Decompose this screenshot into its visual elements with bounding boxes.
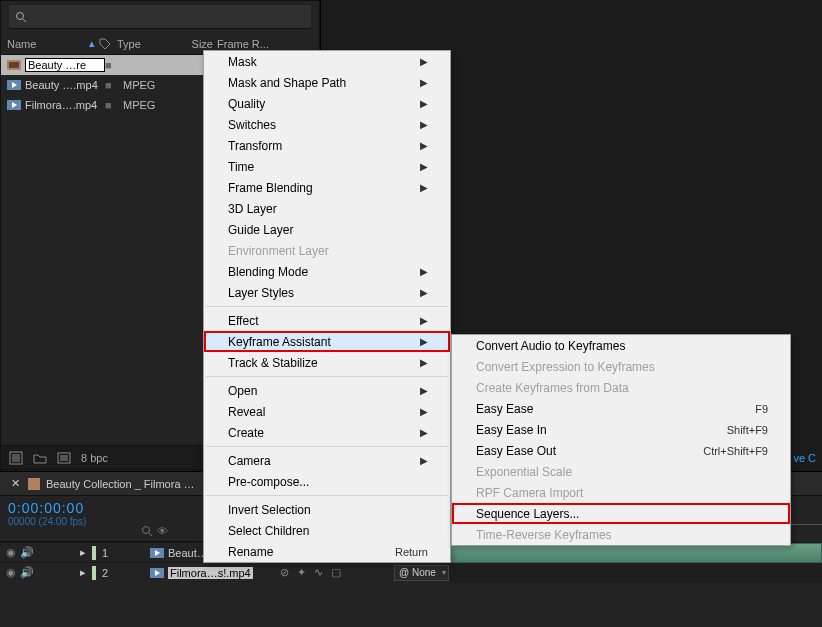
timecode[interactable]: 0:00:00:00: [8, 500, 127, 516]
layer-index[interactable]: ▸1: [80, 546, 150, 560]
layer-context-menu[interactable]: Mask▶Mask and Shape Path▶Quality▶Switche…: [203, 50, 451, 563]
menu-item-select-children[interactable]: Select Children: [204, 520, 450, 541]
column-size[interactable]: Size: [177, 38, 217, 50]
layer-index[interactable]: ▸2: [80, 566, 150, 580]
menu-item-label: Time: [228, 160, 254, 174]
menu-item-mask-and-shape-path[interactable]: Mask and Shape Path▶: [204, 72, 450, 93]
menu-item-label: Rename: [228, 545, 273, 559]
twirl-icon[interactable]: ▸: [80, 566, 86, 579]
menu-item-rename[interactable]: RenameReturn: [204, 541, 450, 562]
new-folder-icon[interactable]: [33, 451, 47, 465]
menu-item-create[interactable]: Create▶: [204, 422, 450, 443]
submenu-item-easy-ease[interactable]: Easy EaseF9: [452, 398, 790, 419]
submenu-arrow-icon: ▶: [420, 140, 428, 151]
video-file-icon: [7, 99, 23, 111]
adjustment-icon[interactable]: ✦: [297, 566, 306, 579]
menu-item-open[interactable]: Open▶: [204, 380, 450, 401]
video-eye-icon[interactable]: ◉: [6, 566, 16, 579]
audio-speaker-icon[interactable]: 🔊: [20, 566, 34, 579]
av-toggles[interactable]: ◉🔊: [0, 546, 50, 559]
menu-item-guide-layer[interactable]: Guide Layer: [204, 219, 450, 240]
menu-item-3d-layer[interactable]: 3D Layer: [204, 198, 450, 219]
menu-item-track-stabilize[interactable]: Track & Stabilize▶: [204, 352, 450, 373]
motion-blur-icon[interactable]: ⊘: [280, 566, 289, 579]
project-item-tag[interactable]: ■: [105, 99, 123, 111]
submenu-item-sequence-layers[interactable]: Sequence Layers...: [452, 503, 790, 524]
menu-shortcut: F9: [755, 403, 768, 415]
submenu-item-easy-ease-out[interactable]: Easy Ease OutCtrl+Shift+F9: [452, 440, 790, 461]
shy-icon[interactable]: 👁: [157, 525, 168, 537]
av-toggles[interactable]: ◉🔊: [0, 566, 50, 579]
submenu-arrow-icon: ▶: [420, 315, 428, 326]
menu-item-camera[interactable]: Camera▶: [204, 450, 450, 471]
parent-dropdown[interactable]: @ None: [394, 565, 449, 581]
video-eye-icon[interactable]: ◉: [6, 546, 16, 559]
menu-item-label: Mask and Shape Path: [228, 76, 346, 90]
timeline-tab-title: Beauty Collection _ Filmora …: [46, 478, 195, 490]
menu-item-label: Time-Reverse Keyframes: [476, 528, 612, 542]
submenu-arrow-icon: ▶: [420, 77, 428, 88]
close-tab-icon[interactable]: ✕: [8, 477, 22, 491]
svg-line-13: [149, 533, 152, 536]
menu-item-frame-blending[interactable]: Frame Blending▶: [204, 177, 450, 198]
column-tag[interactable]: [99, 38, 117, 50]
menu-item-pre-compose[interactable]: Pre-compose...: [204, 471, 450, 492]
menu-item-switches[interactable]: Switches▶: [204, 114, 450, 135]
submenu-item-convert-audio-to-keyframes[interactable]: Convert Audio to Keyframes: [452, 335, 790, 356]
menu-item-effect[interactable]: Effect▶: [204, 310, 450, 331]
pickwhip-icon[interactable]: @: [399, 567, 409, 578]
column-name[interactable]: Name▴: [7, 37, 99, 50]
fx-icon[interactable]: ∿: [314, 566, 323, 579]
menu-item-transform[interactable]: Transform▶: [204, 135, 450, 156]
menu-item-environment-layer: Environment Layer: [204, 240, 450, 261]
project-item-tag[interactable]: ■: [105, 59, 123, 71]
search-layers-icon[interactable]: [141, 525, 153, 537]
twirl-icon[interactable]: ▸: [80, 546, 86, 559]
menu-item-invert-selection[interactable]: Invert Selection: [204, 499, 450, 520]
column-type[interactable]: Type: [117, 38, 177, 50]
menu-item-quality[interactable]: Quality▶: [204, 93, 450, 114]
audio-speaker-icon[interactable]: 🔊: [20, 546, 34, 559]
new-comp-icon[interactable]: [57, 451, 71, 465]
timeline-layer-row[interactable]: ◉🔊▸2Filmora…s!.mp4⊘✦∿▢@ None: [0, 562, 822, 582]
column-frame-rate[interactable]: Frame R...: [217, 38, 277, 50]
label-color[interactable]: [92, 566, 96, 580]
menu-item-layer-styles[interactable]: Layer Styles▶: [204, 282, 450, 303]
menu-item-label: Convert Expression to Keyframes: [476, 360, 655, 374]
submenu-arrow-icon: ▶: [420, 56, 428, 67]
menu-item-label: Open: [228, 384, 257, 398]
layer-switches[interactable]: ⊘✦∿▢: [274, 566, 394, 579]
submenu-item-time-reverse-keyframes: Time-Reverse Keyframes: [452, 524, 790, 545]
search-icon: [15, 11, 27, 23]
menu-item-mask[interactable]: Mask▶: [204, 51, 450, 72]
search-input[interactable]: [31, 11, 305, 23]
menu-item-blending-mode[interactable]: Blending Mode▶: [204, 261, 450, 282]
collapse-icon[interactable]: ▢: [331, 566, 341, 579]
label-color[interactable]: [92, 546, 96, 560]
menu-item-label: Easy Ease Out: [476, 444, 556, 458]
bpc-label[interactable]: 8 bpc: [81, 452, 108, 464]
menu-item-label: Create Keyframes from Data: [476, 381, 629, 395]
interpret-footage-icon[interactable]: [9, 451, 23, 465]
project-item-tag[interactable]: ■: [105, 79, 123, 91]
video-file-icon: [150, 567, 164, 579]
svg-line-1: [23, 19, 26, 22]
menu-item-label: Keyframe Assistant: [228, 335, 331, 349]
timecode-area[interactable]: 0:00:00:00 00000 (24.00 fps): [0, 496, 135, 541]
layer-name-cell[interactable]: Filmora…s!.mp4: [150, 567, 274, 579]
menu-item-keyframe-assistant[interactable]: Keyframe Assistant▶: [204, 331, 450, 352]
submenu-item-easy-ease-in[interactable]: Easy Ease InShift+F9: [452, 419, 790, 440]
menu-item-label: Layer Styles: [228, 286, 294, 300]
menu-item-label: Camera: [228, 454, 271, 468]
menu-item-time[interactable]: Time▶: [204, 156, 450, 177]
menu-separator: [206, 495, 448, 496]
submenu-arrow-icon: ▶: [420, 427, 428, 438]
menu-item-label: Pre-compose...: [228, 475, 309, 489]
menu-item-reveal[interactable]: Reveal▶: [204, 401, 450, 422]
keyframe-assistant-submenu[interactable]: Convert Audio to KeyframesConvert Expres…: [451, 334, 791, 546]
layer-track[interactable]: [449, 563, 822, 583]
submenu-arrow-icon: ▶: [420, 385, 428, 396]
search-input-row[interactable]: [9, 5, 311, 29]
project-item-name: Beauty ….mp4: [25, 79, 105, 91]
menu-item-label: Frame Blending: [228, 181, 313, 195]
